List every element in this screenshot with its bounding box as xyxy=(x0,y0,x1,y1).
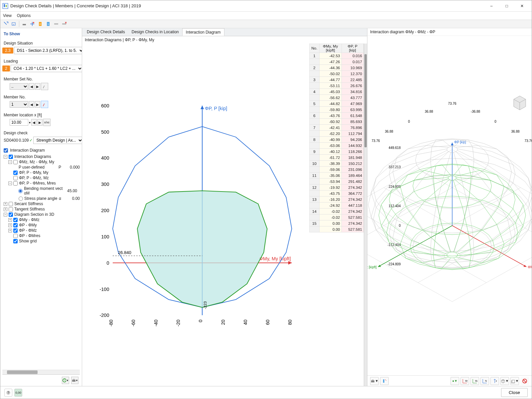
minimize-button[interactable]: – xyxy=(484,1,499,11)
r-reset-icon[interactable] xyxy=(520,377,529,385)
table-row[interactable]: 13-16.20274.342 xyxy=(310,197,364,202)
member-prev[interactable]: ◀ xyxy=(29,101,34,108)
toolbar-btn-4[interactable] xyxy=(29,20,36,28)
chk-3d-pp-my[interactable] xyxy=(13,223,18,227)
member-pick-icon[interactable] xyxy=(41,101,48,108)
left-btn-1[interactable]: ▼ xyxy=(62,377,69,384)
r-axis-z-icon[interactable]: z xyxy=(490,377,499,385)
exp-1[interactable]: − xyxy=(4,155,7,159)
member-select[interactable]: 1 xyxy=(10,101,28,108)
r-print-icon[interactable]: ▼ xyxy=(370,377,379,385)
table-row[interactable]: 2-44.3610.969 xyxy=(310,65,364,71)
table-row[interactable]: 12-19.92274.342 xyxy=(310,185,364,191)
toolbar-btn-5[interactable]: 0 xyxy=(37,20,44,28)
table-row[interactable]: -59.06231.096 xyxy=(310,167,364,173)
chk-interaction-diagrams[interactable] xyxy=(9,155,13,159)
memberset-next[interactable]: ▶ xyxy=(35,83,40,90)
table-row[interactable]: 1-42.530.016 xyxy=(310,53,364,59)
footer-help-icon[interactable]: ? xyxy=(4,389,12,397)
toolbar-btn-3[interactable] xyxy=(21,20,28,28)
chk-pp-mres[interactable] xyxy=(13,181,18,186)
table-row[interactable]: 7-42.4176.896 xyxy=(310,125,364,131)
exp-9[interactable]: + xyxy=(8,229,12,232)
loading-select[interactable]: CO4 - 1.20 * LC1 + 1.60 * LC2 + ... xyxy=(11,65,82,72)
exp-5[interactable]: + xyxy=(4,207,7,211)
chk-tangent[interactable] xyxy=(9,207,13,211)
member-next[interactable]: ▶ xyxy=(35,101,40,108)
toolbar-btn-7[interactable] xyxy=(53,20,60,28)
table-row[interactable]: -0.02527.581 xyxy=(310,214,364,220)
interaction-toggle[interactable] xyxy=(4,148,8,153)
maximize-button[interactable]: □ xyxy=(499,1,514,11)
table-row[interactable]: -59.8063.995 xyxy=(310,107,364,113)
location-next[interactable]: ▶ xyxy=(37,119,43,126)
r-axis-n-icon[interactable]: N xyxy=(480,377,489,385)
footer-units-icon[interactable]: 0,00 xyxy=(14,389,22,397)
toolbar-btn-8[interactable] xyxy=(61,20,68,28)
table-row[interactable]: -63.06144.932 xyxy=(310,143,364,149)
exp-4[interactable]: + xyxy=(4,202,7,206)
table-row[interactable]: -24.92447.118 xyxy=(310,202,364,208)
r-member-icon[interactable] xyxy=(380,377,389,385)
chk-3d-pp-mres[interactable] xyxy=(13,234,18,238)
table-row[interactable]: 6-43.7661.548 xyxy=(310,113,364,119)
exp-3[interactable]: − xyxy=(8,182,12,185)
close-window-button[interactable]: ✕ xyxy=(514,1,530,11)
chk-showgrid[interactable] xyxy=(13,239,18,243)
radio-bending-vec[interactable] xyxy=(18,189,23,193)
radio-stress-plane[interactable] xyxy=(19,197,23,201)
table-row[interactable]: 4-45.0334.816 xyxy=(310,89,364,95)
table-row[interactable]: -62.20112.794 xyxy=(310,131,364,137)
toolbar-btn-6[interactable]: 1 xyxy=(45,20,52,28)
table-row[interactable]: 11-35.06189.464 xyxy=(310,173,364,179)
r-axis-my-icon[interactable]: My xyxy=(461,377,469,385)
menu-view[interactable]: View xyxy=(3,13,12,18)
memberset-pick-icon[interactable] xyxy=(41,83,48,90)
close-button[interactable]: Close xyxy=(501,388,528,397)
table-row[interactable]: -50.0212.370 xyxy=(310,71,364,77)
chk-3d[interactable] xyxy=(9,212,13,217)
table-row[interactable]: -61.72181.948 xyxy=(310,155,364,161)
table-row[interactable]: 5-44.8247.969 xyxy=(310,101,364,107)
chk-3d-pp-mz[interactable] xyxy=(13,228,18,233)
location-x-xe[interactable]: x/xE xyxy=(43,119,51,126)
table-row[interactable]: -53.94291.482 xyxy=(310,179,364,185)
location-input[interactable] xyxy=(10,119,28,126)
chk-pp-mz[interactable] xyxy=(13,176,18,180)
table-row[interactable]: 8-40.9994.206 xyxy=(310,137,364,143)
memberset-prev[interactable]: ◀ xyxy=(29,83,34,90)
r-cube-icon[interactable]: ▼ xyxy=(510,377,519,385)
table-row[interactable]: -56.6243.777 xyxy=(310,95,364,101)
exp-2[interactable]: − xyxy=(8,160,12,164)
memberset-select[interactable]: .. xyxy=(10,83,28,90)
table-row[interactable]: 14-0.02274.342 xyxy=(310,208,364,214)
tab-location[interactable]: Design Checks in Location xyxy=(128,28,182,36)
location-prev[interactable]: ◀ xyxy=(31,119,37,126)
tab-interaction[interactable]: Interaction Diagram xyxy=(182,28,224,36)
exp-7[interactable]: + xyxy=(8,218,12,222)
table-vscroll[interactable] xyxy=(364,44,367,386)
table-row[interactable]: -53.1126.676 xyxy=(310,83,364,89)
exp-6[interactable]: − xyxy=(4,213,7,216)
toolbar-btn-2[interactable] xyxy=(10,20,18,28)
chk-secant[interactable] xyxy=(9,202,13,206)
table-row[interactable]: 9-40.12118.266 xyxy=(310,149,364,155)
r-axis-mz-icon[interactable]: Mz xyxy=(470,377,479,385)
table-row[interactable]: 3-44.7722.485 xyxy=(310,77,364,83)
location-dd[interactable]: ▾ xyxy=(29,121,31,124)
left-btn-print[interactable]: ▼ xyxy=(71,377,78,384)
menu-options[interactable]: Options xyxy=(17,13,31,18)
left-hscroll[interactable] xyxy=(2,370,80,374)
table-row[interactable]: 0.00527.581 xyxy=(310,226,364,232)
chk-my-mz[interactable] xyxy=(13,160,18,164)
r-view-icon[interactable]: ●▼ xyxy=(451,377,459,385)
r-iso-icon[interactable]: ▼ xyxy=(500,377,509,385)
toolbar-btn-1[interactable] xyxy=(2,20,10,28)
table-row[interactable]: -60.9285.693 xyxy=(310,119,364,125)
table-row[interactable]: 10-38.39150.212 xyxy=(310,161,364,167)
table-row[interactable]: 150.00274.342 xyxy=(310,220,364,226)
designchk-select[interactable]: Strength Design | Ax... xyxy=(33,137,82,144)
table-row[interactable]: -47.260.017 xyxy=(310,59,364,65)
situation-select[interactable]: DS1 - Section 2.3 (LRFD), 1. to 5. xyxy=(14,47,82,54)
tab-details[interactable]: Design Check Details xyxy=(83,28,128,36)
